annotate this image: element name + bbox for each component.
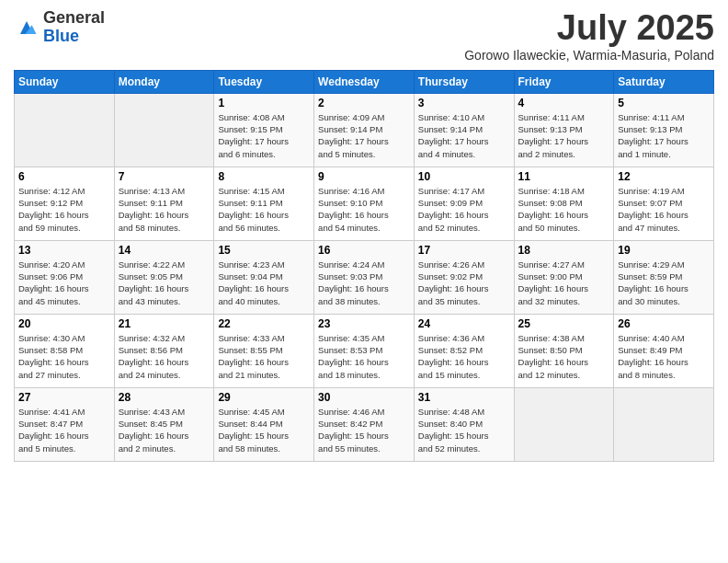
calendar-cell: 28Sunrise: 4:43 AM Sunset: 8:45 PM Dayli… [114, 387, 214, 461]
calendar-cell: 23Sunrise: 4:35 AM Sunset: 8:53 PM Dayli… [314, 314, 415, 387]
calendar-header: SundayMondayTuesdayWednesdayThursdayFrid… [15, 70, 714, 93]
calendar-cell: 11Sunrise: 4:18 AM Sunset: 9:08 PM Dayli… [514, 167, 614, 240]
week-row-5: 27Sunrise: 4:41 AM Sunset: 8:47 PM Dayli… [15, 387, 714, 461]
day-number: 16 [318, 244, 410, 257]
day-info: Sunrise: 4:40 AM Sunset: 8:49 PM Dayligh… [618, 332, 710, 381]
day-number: 17 [418, 244, 510, 257]
day-number: 2 [318, 97, 410, 109]
day-info: Sunrise: 4:29 AM Sunset: 8:59 PM Dayligh… [618, 259, 710, 307]
day-number: 24 [418, 317, 510, 330]
day-number: 26 [618, 317, 710, 330]
day-info: Sunrise: 4:35 AM Sunset: 8:53 PM Dayligh… [318, 332, 410, 381]
calendar-cell: 29Sunrise: 4:45 AM Sunset: 8:44 PM Dayli… [214, 387, 314, 461]
header-cell-saturday: Saturday [614, 70, 714, 93]
day-info: Sunrise: 4:45 AM Sunset: 8:44 PM Dayligh… [218, 406, 310, 454]
day-number: 3 [418, 97, 510, 109]
day-info: Sunrise: 4:46 AM Sunset: 8:42 PM Dayligh… [318, 406, 410, 454]
calendar-cell: 20Sunrise: 4:30 AM Sunset: 8:58 PM Dayli… [15, 314, 115, 387]
day-info: Sunrise: 4:43 AM Sunset: 8:45 PM Dayligh… [119, 406, 210, 454]
day-number: 4 [518, 97, 610, 109]
week-row-1: 1Sunrise: 4:08 AM Sunset: 9:15 PM Daylig… [15, 93, 714, 167]
location-subtitle: Gorowo Ilaweckie, Warmia-Masuria, Poland [464, 48, 714, 63]
header-cell-sunday: Sunday [15, 70, 115, 93]
calendar-body: 1Sunrise: 4:08 AM Sunset: 9:15 PM Daylig… [15, 93, 714, 461]
day-info: Sunrise: 4:18 AM Sunset: 9:08 PM Dayligh… [518, 185, 610, 234]
calendar-cell: 9Sunrise: 4:16 AM Sunset: 9:10 PM Daylig… [314, 167, 415, 240]
day-number: 1 [218, 97, 310, 109]
month-title: July 2025 [464, 9, 714, 48]
day-number: 21 [119, 317, 210, 330]
calendar-cell: 22Sunrise: 4:33 AM Sunset: 8:55 PM Dayli… [214, 314, 314, 387]
logo-icon [14, 15, 40, 40]
day-number: 19 [618, 244, 710, 257]
header-cell-monday: Monday [114, 70, 214, 93]
day-info: Sunrise: 4:15 AM Sunset: 9:11 PM Dayligh… [218, 185, 310, 234]
title-block: July 2025 Gorowo Ilaweckie, Warmia-Masur… [464, 9, 714, 63]
day-info: Sunrise: 4:16 AM Sunset: 9:10 PM Dayligh… [318, 185, 410, 234]
calendar-cell: 14Sunrise: 4:22 AM Sunset: 9:05 PM Dayli… [114, 240, 214, 314]
day-info: Sunrise: 4:36 AM Sunset: 8:52 PM Dayligh… [418, 332, 510, 381]
day-number: 10 [418, 170, 510, 183]
calendar-cell [614, 387, 714, 461]
page-header: General Blue July 2025 Gorowo Ilaweckie,… [14, 9, 714, 63]
calendar-cell: 19Sunrise: 4:29 AM Sunset: 8:59 PM Dayli… [614, 240, 714, 314]
day-number: 6 [18, 170, 110, 183]
logo-general: General [43, 8, 105, 27]
day-info: Sunrise: 4:13 AM Sunset: 9:11 PM Dayligh… [119, 185, 210, 234]
logo-blue: Blue [43, 27, 79, 45]
day-info: Sunrise: 4:33 AM Sunset: 8:55 PM Dayligh… [218, 332, 310, 381]
calendar-cell: 25Sunrise: 4:38 AM Sunset: 8:50 PM Dayli… [514, 314, 614, 387]
calendar-cell: 21Sunrise: 4:32 AM Sunset: 8:56 PM Dayli… [114, 314, 214, 387]
day-info: Sunrise: 4:38 AM Sunset: 8:50 PM Dayligh… [518, 332, 610, 381]
calendar-cell: 13Sunrise: 4:20 AM Sunset: 9:06 PM Dayli… [15, 240, 115, 314]
day-info: Sunrise: 4:48 AM Sunset: 8:40 PM Dayligh… [418, 406, 510, 454]
day-number: 9 [318, 170, 410, 183]
calendar-cell: 4Sunrise: 4:11 AM Sunset: 9:13 PM Daylig… [514, 93, 614, 167]
calendar-cell: 3Sunrise: 4:10 AM Sunset: 9:14 PM Daylig… [414, 93, 514, 167]
calendar-cell: 5Sunrise: 4:11 AM Sunset: 9:13 PM Daylig… [614, 93, 714, 167]
header-cell-friday: Friday [514, 70, 614, 93]
day-number: 18 [518, 244, 610, 257]
day-number: 14 [119, 244, 210, 257]
calendar-cell: 17Sunrise: 4:26 AM Sunset: 9:02 PM Dayli… [414, 240, 514, 314]
week-row-2: 6Sunrise: 4:12 AM Sunset: 9:12 PM Daylig… [15, 167, 714, 240]
day-info: Sunrise: 4:32 AM Sunset: 8:56 PM Dayligh… [119, 332, 210, 381]
day-info: Sunrise: 4:20 AM Sunset: 9:06 PM Dayligh… [18, 259, 110, 307]
calendar-cell: 27Sunrise: 4:41 AM Sunset: 8:47 PM Dayli… [15, 387, 115, 461]
calendar-cell: 10Sunrise: 4:17 AM Sunset: 9:09 PM Dayli… [414, 167, 514, 240]
calendar-cell [514, 387, 614, 461]
calendar-cell [15, 93, 115, 167]
day-number: 31 [418, 391, 510, 404]
calendar-cell: 24Sunrise: 4:36 AM Sunset: 8:52 PM Dayli… [414, 314, 514, 387]
calendar-cell: 31Sunrise: 4:48 AM Sunset: 8:40 PM Dayli… [414, 387, 514, 461]
day-info: Sunrise: 4:30 AM Sunset: 8:58 PM Dayligh… [18, 332, 110, 381]
day-info: Sunrise: 4:11 AM Sunset: 9:13 PM Dayligh… [618, 111, 710, 160]
calendar-cell: 7Sunrise: 4:13 AM Sunset: 9:11 PM Daylig… [114, 167, 214, 240]
day-number: 13 [18, 244, 110, 257]
week-row-4: 20Sunrise: 4:30 AM Sunset: 8:58 PM Dayli… [15, 314, 714, 387]
day-number: 28 [119, 391, 210, 404]
calendar-cell: 2Sunrise: 4:09 AM Sunset: 9:14 PM Daylig… [314, 93, 415, 167]
day-info: Sunrise: 4:19 AM Sunset: 9:07 PM Dayligh… [618, 185, 710, 234]
day-number: 7 [119, 170, 210, 183]
day-info: Sunrise: 4:41 AM Sunset: 8:47 PM Dayligh… [18, 406, 110, 454]
day-info: Sunrise: 4:26 AM Sunset: 9:02 PM Dayligh… [418, 259, 510, 307]
calendar-cell [114, 93, 214, 167]
day-number: 29 [218, 391, 310, 404]
calendar-cell: 1Sunrise: 4:08 AM Sunset: 9:15 PM Daylig… [214, 93, 314, 167]
calendar-cell: 6Sunrise: 4:12 AM Sunset: 9:12 PM Daylig… [15, 167, 115, 240]
day-number: 23 [318, 317, 410, 330]
day-info: Sunrise: 4:23 AM Sunset: 9:04 PM Dayligh… [218, 259, 310, 307]
day-info: Sunrise: 4:22 AM Sunset: 9:05 PM Dayligh… [119, 259, 210, 307]
calendar-cell: 12Sunrise: 4:19 AM Sunset: 9:07 PM Dayli… [614, 167, 714, 240]
logo: General Blue [14, 9, 105, 46]
day-info: Sunrise: 4:11 AM Sunset: 9:13 PM Dayligh… [518, 111, 610, 160]
calendar-cell: 15Sunrise: 4:23 AM Sunset: 9:04 PM Dayli… [214, 240, 314, 314]
day-number: 8 [218, 170, 310, 183]
day-number: 27 [18, 391, 110, 404]
day-number: 20 [18, 317, 110, 330]
calendar-cell: 18Sunrise: 4:27 AM Sunset: 9:00 PM Dayli… [514, 240, 614, 314]
day-number: 22 [218, 317, 310, 330]
logo-text: General Blue [43, 9, 105, 46]
day-info: Sunrise: 4:17 AM Sunset: 9:09 PM Dayligh… [418, 185, 510, 234]
